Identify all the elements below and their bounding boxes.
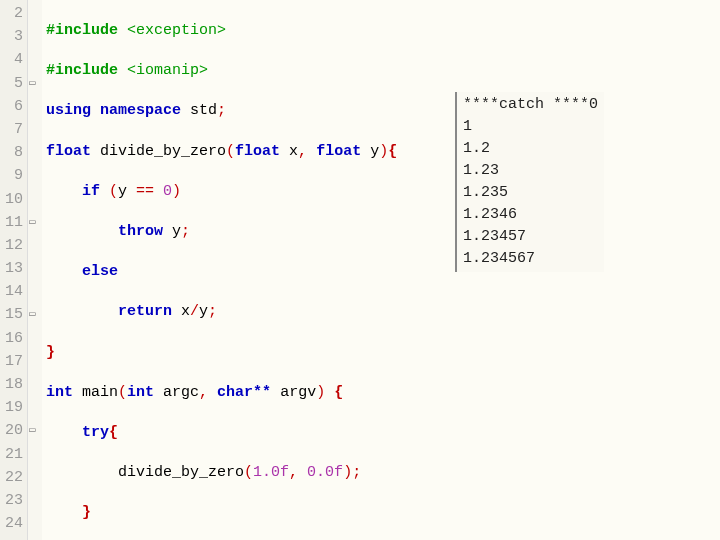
code-editor: 2 3 4 5 6 7 8 9 10 11 12 13 14 15 16 17 … <box>0 0 720 540</box>
line-number-gutter: 2 3 4 5 6 7 8 9 10 11 12 13 14 15 16 17 … <box>0 0 28 540</box>
line-number: 22 <box>2 466 23 489</box>
fold-marker[interactable] <box>28 164 42 187</box>
output-line: 1.234567 <box>463 248 598 270</box>
line-number: 5 <box>2 72 23 95</box>
code-line: try{ <box>46 421 716 444</box>
line-number: 21 <box>2 443 23 466</box>
fold-marker[interactable]: ▭ <box>28 72 42 95</box>
output-pane: ****catch ****0 1 1.2 1.23 1.235 1.2346 … <box>455 92 604 272</box>
line-number: 4 <box>2 48 23 71</box>
code-line: #include <iomanip> <box>46 59 716 82</box>
fold-marker[interactable] <box>28 512 42 535</box>
fold-marker[interactable] <box>28 2 42 25</box>
line-number: 16 <box>2 327 23 350</box>
line-number: 20 <box>2 419 23 442</box>
fold-marker[interactable] <box>28 327 42 350</box>
fold-marker[interactable] <box>28 466 42 489</box>
fold-marker[interactable] <box>28 443 42 466</box>
fold-column: ▭ ▭ ▭ ▭ <box>28 0 42 540</box>
fold-marker[interactable] <box>28 257 42 280</box>
line-number: 7 <box>2 118 23 141</box>
fold-marker[interactable] <box>28 234 42 257</box>
fold-marker[interactable] <box>28 25 42 48</box>
fold-marker[interactable] <box>28 373 42 396</box>
code-line: #include <exception> <box>46 19 716 42</box>
fold-marker[interactable] <box>28 350 42 373</box>
fold-marker[interactable] <box>28 48 42 71</box>
fold-marker[interactable] <box>28 141 42 164</box>
line-number: 18 <box>2 373 23 396</box>
fold-marker[interactable] <box>28 280 42 303</box>
line-number: 24 <box>2 512 23 535</box>
line-number: 23 <box>2 489 23 512</box>
code-line: using namespace std; <box>46 99 716 122</box>
fold-marker[interactable] <box>28 396 42 419</box>
line-number: 13 <box>2 257 23 280</box>
fold-marker[interactable] <box>28 95 42 118</box>
output-line: 1.23457 <box>463 226 598 248</box>
output-line: ****catch ****0 <box>463 94 598 116</box>
fold-marker[interactable] <box>28 489 42 512</box>
code-line: } <box>46 501 716 524</box>
line-number: 12 <box>2 234 23 257</box>
line-number: 10 <box>2 188 23 211</box>
output-line: 1.2 <box>463 138 598 160</box>
line-number: 19 <box>2 396 23 419</box>
code-line: float divide_by_zero(float x, float y){ <box>46 140 716 163</box>
code-line: divide_by_zero(1.0f, 0.0f); <box>46 461 716 484</box>
line-number: 9 <box>2 164 23 187</box>
output-line: 1.235 <box>463 182 598 204</box>
line-number: 3 <box>2 25 23 48</box>
line-number: 11 <box>2 211 23 234</box>
fold-marker[interactable] <box>28 188 42 211</box>
line-number: 6 <box>2 95 23 118</box>
code-line: else <box>46 260 716 283</box>
code-line: throw y; <box>46 220 716 243</box>
code-line: } <box>46 341 716 364</box>
code-line: int main(int argc, char** argv) { <box>46 381 716 404</box>
output-line: 1 <box>463 116 598 138</box>
output-line: 1.23 <box>463 160 598 182</box>
line-number: 8 <box>2 141 23 164</box>
line-number: 15 <box>2 303 23 326</box>
code-area[interactable]: #include <exception> #include <iomanip> … <box>42 0 720 540</box>
fold-marker[interactable]: ▭ <box>28 303 42 326</box>
code-line: return x/y; <box>46 300 716 323</box>
line-number: 2 <box>2 2 23 25</box>
fold-marker[interactable]: ▭ <box>28 419 42 442</box>
code-line: if (y == 0) <box>46 180 716 203</box>
output-line: 1.2346 <box>463 204 598 226</box>
line-number: 14 <box>2 280 23 303</box>
fold-marker[interactable] <box>28 118 42 141</box>
fold-marker[interactable]: ▭ <box>28 211 42 234</box>
line-number: 17 <box>2 350 23 373</box>
